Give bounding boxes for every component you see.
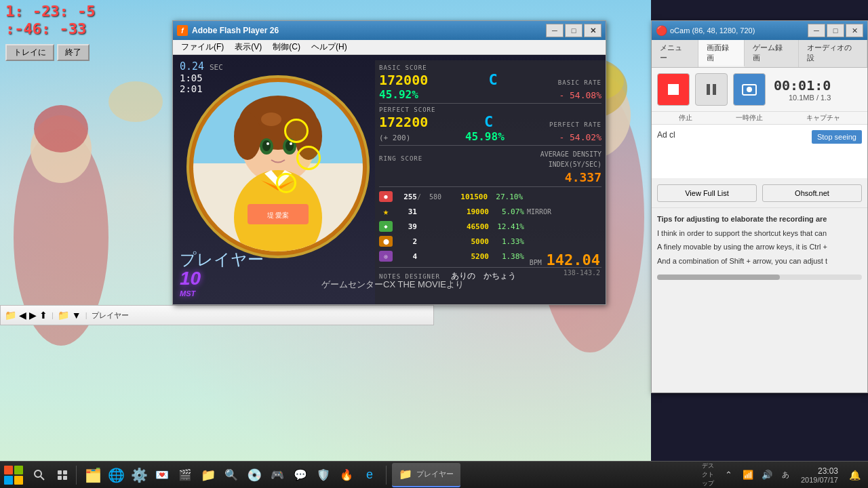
taskbar-browser-icon[interactable]: 🌐 xyxy=(105,464,127,486)
perfect-adjust: (+ 200) xyxy=(379,134,410,142)
explorer-back-icon[interactable]: ◀ xyxy=(19,310,26,321)
explorer-folder-icon[interactable]: 📁 xyxy=(5,310,16,321)
hit-row-4: ⬤ 2 5000 1.33% xyxy=(379,235,601,248)
taskbar-game-icon[interactable]: 🎮 xyxy=(267,464,288,486)
capture-button[interactable] xyxy=(733,73,766,106)
hit-count-1: 255 xyxy=(395,192,417,201)
hit-count-2: 31 xyxy=(395,207,417,216)
ohsoft-button[interactable]: Ohsoft.net xyxy=(762,184,862,202)
basic-rank: C xyxy=(488,71,497,88)
countdown-line1: 1: -23: -5 xyxy=(5,3,95,20)
taskbar-disc-icon[interactable]: 💿 xyxy=(243,464,265,486)
ocam-close-button[interactable]: ✕ xyxy=(846,24,863,37)
pause-button[interactable] xyxy=(695,73,728,106)
basic-rate1: 45.92% xyxy=(379,88,418,101)
ring-indicator-1 xyxy=(284,119,309,143)
flash-titlebar: f Adobe Flash Player 26 ─ □ ✕ xyxy=(173,21,606,40)
ocam-timer-block: 00:01:0 10.1MB / 1.3 xyxy=(771,77,831,102)
hit-extra-2: MIRROR xyxy=(527,208,551,216)
taskbar-search2-icon[interactable]: 🔍 xyxy=(220,464,242,486)
notification-center-button[interactable]: 🔔 xyxy=(845,464,864,486)
ad-label: Ad cl xyxy=(657,130,675,140)
svg-text:堤 愛案: 堤 愛案 xyxy=(267,211,290,219)
menu-view[interactable]: 表示(V) xyxy=(229,40,267,54)
speaker-icon[interactable]: 🔊 xyxy=(759,464,775,486)
basic-score-value: 172000 xyxy=(379,72,428,88)
taskbar-right: デスクトップ ⌃ 📶 🔊 あ 23:03 2019/07/17 🔔 xyxy=(702,464,868,486)
search-icon xyxy=(34,470,45,481)
pause-icon xyxy=(703,81,719,98)
system-clock[interactable]: 23:03 2019/07/17 xyxy=(797,466,842,484)
avg-density-value: 4.337 xyxy=(565,170,601,184)
explorer-dropdown-icon[interactable]: ▼ xyxy=(72,310,81,321)
ocam-ad-area: Ad cl Stop seeing xyxy=(652,125,867,179)
network-icon[interactable]: 📶 xyxy=(740,464,756,486)
tab-game-rec[interactable]: ゲーム録画 xyxy=(745,40,799,67)
windows-logo xyxy=(4,466,23,485)
overflow-icon[interactable]: ⌃ xyxy=(721,464,737,486)
level-type: MST xyxy=(180,289,201,298)
avg-density-label: AVERAGE DENSITY xyxy=(540,150,601,158)
stop-icon xyxy=(665,81,682,98)
hit-score-1: 101500 xyxy=(444,192,488,201)
hit-icon-5: ◎ xyxy=(379,251,393,262)
tab-menu[interactable]: メニュー xyxy=(652,40,698,67)
task-view-button[interactable] xyxy=(52,464,73,486)
taskbar-mail-icon[interactable]: 💌 xyxy=(151,464,173,486)
stop-seeing-button[interactable]: Stop seeing xyxy=(812,130,862,144)
maximize-button[interactable]: □ xyxy=(565,24,583,37)
ocam-title: oCam (86, 48, 1280, 720) xyxy=(670,26,808,35)
tab-audio[interactable]: オーディオの設 xyxy=(799,40,867,67)
menu-control[interactable]: 制御(C) xyxy=(267,40,306,54)
open-app-explorer-icon: 📁 xyxy=(399,468,412,481)
ime-icon[interactable]: あ xyxy=(778,464,794,486)
ocam-minimize-button[interactable]: ─ xyxy=(808,24,825,37)
search-button[interactable] xyxy=(27,464,52,486)
hit-icon-3: ◆ xyxy=(379,221,393,232)
record-stop-button[interactable] xyxy=(657,73,690,106)
taskbar-media-icon[interactable]: 🎬 xyxy=(174,464,196,486)
taskbar-shield-icon[interactable]: 🛡️ xyxy=(313,464,334,486)
svg-rect-43 xyxy=(63,470,67,474)
hit-row-3: ◆ 39 46500 12.41% xyxy=(379,220,601,233)
taskbar-flash-icon[interactable]: 🔥 xyxy=(336,464,357,486)
ocam-scrollbar[interactable] xyxy=(657,274,862,280)
player-name: プレイヤー xyxy=(180,249,264,270)
ocam-scrollbar-thumb xyxy=(657,274,780,280)
close-button[interactable]: ✕ xyxy=(584,24,601,37)
basic-rate-row: 45.92% - 54.08% xyxy=(379,88,601,101)
menu-help[interactable]: ヘルプ(H) xyxy=(306,40,353,54)
menu-file[interactable]: ファイル(F) xyxy=(176,40,229,54)
explorer-forward-icon[interactable]: ▶ xyxy=(29,310,37,321)
explorer-up-icon[interactable]: ⬆ xyxy=(39,310,47,321)
ocam-timer: 00:01:0 xyxy=(774,77,831,94)
ocam-maximize-button[interactable]: □ xyxy=(827,24,844,37)
minimize-button[interactable]: ─ xyxy=(546,24,564,37)
ocam-controls: 00:01:0 10.1MB / 1.3 xyxy=(652,68,867,112)
taskbar-ie-icon[interactable]: e xyxy=(359,464,380,486)
svg-point-39 xyxy=(747,87,752,92)
show-desktop-button[interactable]: デスクトップ xyxy=(702,464,718,486)
train-button[interactable]: トレイに xyxy=(5,44,54,61)
view-full-list-button[interactable]: View Full List xyxy=(657,184,757,202)
taskbar-pinned-icons: 🗂️ 🌐 ⚙️ 💌 🎬 📁 🔍 💿 🎮 💬 🛡️ 🔥 e xyxy=(79,464,383,486)
svg-rect-37 xyxy=(713,84,716,95)
start-button[interactable] xyxy=(0,462,27,489)
perfect-score-value: 172200 xyxy=(379,114,428,130)
taskbar-folder-icon[interactable]: 📁 xyxy=(197,464,219,486)
tab-screen-rec[interactable]: 画面録画 xyxy=(698,40,745,67)
open-app-explorer[interactable]: 📁 プレイヤー xyxy=(392,463,460,487)
svg-point-27 xyxy=(267,142,269,145)
bpm-label: BPM xyxy=(530,259,542,266)
taskbar-explorer-icon[interactable]: 🗂️ xyxy=(82,464,104,486)
basic-rate2: - 54.08% xyxy=(559,90,601,100)
character-illustration: 堤 愛案 xyxy=(193,82,363,251)
hit-icon-2: ★ xyxy=(379,206,393,217)
basic-rate-label: BASIC RATE xyxy=(558,79,601,86)
flash-content: 0.24 SEC 1:05 2:01 xyxy=(173,55,606,304)
taskbar-chat-icon[interactable]: 💬 xyxy=(290,464,311,486)
tip3: And a combination of Shift + arrow, you … xyxy=(657,256,862,267)
end-button[interactable]: 終了 xyxy=(57,44,90,61)
hit-count-3: 39 xyxy=(395,222,417,231)
taskbar-settings-icon[interactable]: ⚙️ xyxy=(128,464,150,486)
